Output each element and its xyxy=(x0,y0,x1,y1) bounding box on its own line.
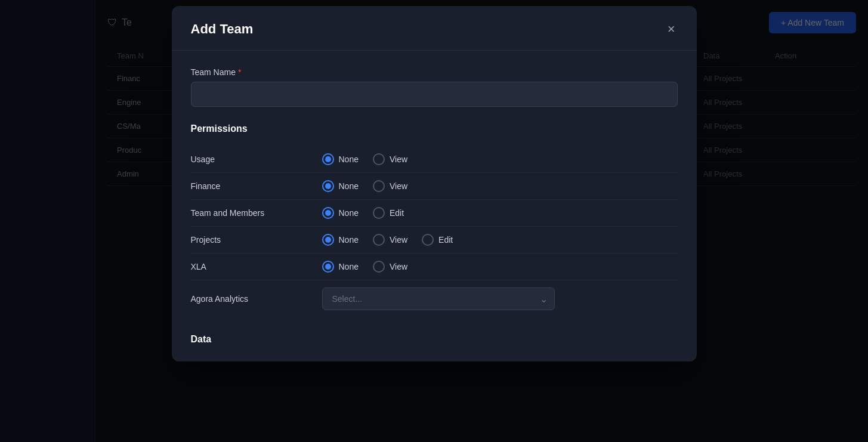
radio-circle-xla-none xyxy=(322,261,334,273)
radio-finance-view[interactable]: View xyxy=(373,180,407,192)
permissions-section: Permissions Usage None View xyxy=(191,123,678,317)
modal-overlay: Add Team × Team Name * Permissions Usage xyxy=(0,0,868,442)
agora-select[interactable]: Select... xyxy=(322,288,555,310)
radio-team-edit[interactable]: Edit xyxy=(373,207,404,219)
radio-circle-projects-none xyxy=(322,234,334,246)
team-name-input[interactable] xyxy=(191,82,678,107)
permission-row-agora: Agora Analytics Select... ⌄ xyxy=(191,280,678,317)
radio-circle-usage-none xyxy=(322,153,334,165)
radio-finance-none[interactable]: None xyxy=(322,180,359,192)
required-star: * xyxy=(238,67,241,77)
radio-label-projects-none: None xyxy=(339,235,359,245)
radio-xla-view[interactable]: View xyxy=(373,261,407,273)
permission-name-finance: Finance xyxy=(191,181,322,191)
radio-circle-team-none xyxy=(322,207,334,219)
permission-options-usage: None View xyxy=(322,153,408,165)
radio-label-xla-none: None xyxy=(339,262,359,271)
radio-team-none[interactable]: None xyxy=(322,207,359,219)
radio-projects-none[interactable]: None xyxy=(322,234,359,246)
radio-circle-finance-none xyxy=(322,180,334,192)
permission-row-finance: Finance None View xyxy=(191,173,678,200)
team-name-label: Team Name * xyxy=(191,67,678,77)
radio-label-team-none: None xyxy=(339,208,359,218)
radio-label-finance-none: None xyxy=(339,181,359,191)
radio-projects-view[interactable]: View xyxy=(373,234,407,246)
radio-xla-none[interactable]: None xyxy=(322,261,359,273)
radio-circle-finance-view xyxy=(373,180,385,192)
add-team-modal: Add Team × Team Name * Permissions Usage xyxy=(172,6,697,361)
permissions-section-title: Permissions xyxy=(191,123,678,134)
permission-name-agora: Agora Analytics xyxy=(191,294,322,304)
permission-row-xla: XLA None View xyxy=(191,254,678,280)
radio-circle-xla-view xyxy=(373,261,385,273)
radio-label-projects-edit: Edit xyxy=(438,235,453,245)
radio-label-team-edit: Edit xyxy=(390,208,404,218)
radio-label-projects-view: View xyxy=(390,235,407,245)
close-button[interactable]: × xyxy=(665,20,678,38)
permission-name-team-members: Team and Members xyxy=(191,208,322,218)
radio-circle-usage-view xyxy=(373,153,385,165)
permission-options-finance: None View xyxy=(322,180,408,192)
modal-title: Add Team xyxy=(191,21,254,37)
radio-label-xla-view: View xyxy=(390,262,407,271)
radio-label-usage-none: None xyxy=(339,154,359,164)
team-name-field-group: Team Name * xyxy=(191,67,678,107)
radio-circle-projects-view xyxy=(373,234,385,246)
permission-row-team-members: Team and Members None Edit xyxy=(191,200,678,227)
radio-circle-projects-edit xyxy=(422,234,434,246)
radio-projects-edit[interactable]: Edit xyxy=(422,234,453,246)
permission-name-xla: XLA xyxy=(191,262,322,271)
radio-label-usage-view: View xyxy=(390,154,407,164)
agora-select-wrapper: Select... ⌄ xyxy=(322,288,555,310)
radio-label-finance-view: View xyxy=(390,181,407,191)
radio-circle-team-edit xyxy=(373,207,385,219)
permission-row-projects: Projects None View Edit xyxy=(191,227,678,254)
permission-options-projects: None View Edit xyxy=(322,234,453,246)
radio-usage-none[interactable]: None xyxy=(322,153,359,165)
permission-name-usage: Usage xyxy=(191,154,322,164)
modal-body: Team Name * Permissions Usage None xyxy=(172,51,697,361)
permission-row-usage: Usage None View xyxy=(191,146,678,173)
permission-options-xla: None View xyxy=(322,261,408,273)
data-section-title: Data xyxy=(191,332,678,345)
permission-name-projects: Projects xyxy=(191,235,322,245)
radio-usage-view[interactable]: View xyxy=(373,153,407,165)
modal-header: Add Team × xyxy=(172,6,697,51)
permission-options-team-members: None Edit xyxy=(322,207,404,219)
